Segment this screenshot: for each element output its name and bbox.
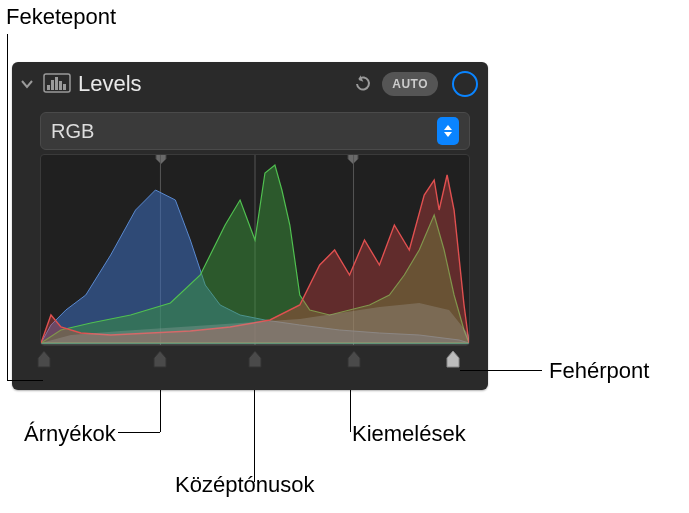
svg-rect-3	[55, 77, 58, 90]
leader-line	[7, 380, 43, 381]
leader-line	[7, 34, 8, 380]
channel-row: RGB	[12, 106, 488, 154]
callout-midtones: Középtónusok	[175, 472, 314, 498]
black-point-handle[interactable]	[37, 350, 51, 368]
callout-highlights: Kiemelések	[352, 421, 466, 447]
leader-line	[350, 390, 351, 432]
white-point-handle[interactable]	[446, 350, 460, 368]
highlights-handle[interactable]	[347, 350, 361, 368]
levels-slider	[40, 350, 470, 372]
leader-line	[460, 370, 542, 371]
levels-panel: Levels AUTO RGB	[12, 62, 488, 390]
undo-arrow-icon	[354, 75, 372, 93]
leader-line	[160, 390, 161, 432]
leader-line	[254, 390, 255, 482]
panel-header: Levels AUTO	[12, 62, 488, 106]
midtones-handle[interactable]	[248, 350, 262, 368]
svg-rect-1	[47, 85, 50, 90]
reset-button[interactable]	[350, 71, 376, 97]
svg-rect-4	[59, 81, 62, 90]
chevron-up-icon	[444, 125, 452, 130]
callout-black-point: Feketepont	[6, 4, 116, 30]
chevron-down-icon	[444, 132, 452, 137]
levels-icon	[42, 71, 72, 97]
leader-line	[118, 432, 160, 433]
svg-rect-2	[51, 80, 54, 90]
auto-button[interactable]: AUTO	[382, 72, 438, 96]
histogram	[40, 154, 470, 346]
enable-toggle[interactable]	[452, 71, 478, 97]
callout-white-point: Fehérpont	[549, 358, 649, 384]
callout-shadows: Árnyékok	[24, 421, 116, 447]
svg-rect-5	[63, 84, 66, 90]
stepper-icon	[437, 117, 459, 145]
channel-select[interactable]: RGB	[40, 112, 470, 150]
histogram-plot	[41, 155, 469, 345]
disclosure-chevron-icon[interactable]	[18, 77, 36, 91]
shadows-handle[interactable]	[153, 350, 167, 368]
panel-title: Levels	[78, 71, 344, 97]
channel-value: RGB	[51, 120, 437, 143]
